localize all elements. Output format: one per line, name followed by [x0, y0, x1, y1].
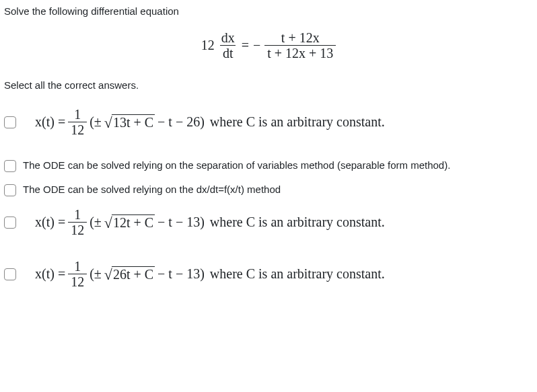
opt-frac-num: 1 — [71, 207, 83, 222]
sqrt: √ 13t + C — [104, 114, 155, 130]
checkbox[interactable] — [4, 184, 16, 196]
opt-open: (± — [90, 214, 102, 230]
eq-neg: − — [253, 38, 260, 53]
option-4-content: x(t) = 1 12 (± √ 12t + C − t − 13) where… — [23, 207, 385, 237]
option-5-content: x(t) = 1 12 (± √ 26t + C − t − 13) where… — [23, 259, 385, 289]
eq-rhs-den: t + 12x + 13 — [264, 45, 336, 61]
checkbox[interactable] — [4, 116, 16, 128]
differential-equation: 12 dx dt = − t + 12x t + 12x + 13 — [4, 30, 533, 61]
opt-frac-den: 12 — [68, 122, 87, 137]
opt-frac-num: 1 — [71, 107, 83, 122]
option-4[interactable]: x(t) = 1 12 (± √ 12t + C − t − 13) where… — [4, 207, 533, 237]
opt-open: (± — [90, 266, 102, 282]
eq-equals: = — [242, 38, 249, 53]
checkbox[interactable] — [4, 268, 16, 280]
question-prompt: Solve the following differential equatio… — [4, 5, 533, 17]
option-3[interactable]: The ODE can be solved relying on the dx/… — [4, 183, 533, 196]
opt-lhs: x(t) = — [35, 114, 65, 130]
opt-tail: − t − 13) — [157, 214, 205, 230]
opt-tail: − t − 13) — [157, 266, 205, 282]
opt-where: where C is an arbitrary constant. — [210, 214, 385, 230]
opt-where: where C is an arbitrary constant. — [210, 114, 385, 130]
option-1-content: x(t) = 1 12 (± √ 13t + C − t − 26) where… — [23, 107, 385, 137]
sqrt-arg: 26t + C — [112, 266, 155, 282]
opt-lhs: x(t) = — [35, 214, 65, 230]
opt-frac-den: 12 — [68, 274, 87, 289]
options-group: x(t) = 1 12 (± √ 13t + C − t − 26) where… — [4, 107, 533, 301]
option-3-content: The ODE can be solved relying on the dx/… — [23, 183, 281, 195]
option-1[interactable]: x(t) = 1 12 (± √ 13t + C − t − 26) where… — [4, 107, 533, 137]
option-5[interactable]: x(t) = 1 12 (± √ 26t + C − t − 13) where… — [4, 259, 533, 289]
eq-rhs-num: t + 12x — [279, 30, 322, 45]
instruction-text: Select all the correct answers. — [4, 79, 533, 91]
opt-frac-den: 12 — [68, 222, 87, 237]
opt-tail: − t − 26) — [157, 114, 205, 130]
opt-open: (± — [90, 114, 102, 130]
eq-coeff: 12 — [201, 38, 215, 53]
option-2[interactable]: The ODE can be solved relying on the sep… — [4, 159, 533, 172]
eq-lhs-den: dt — [220, 45, 236, 61]
sqrt: √ 26t + C — [104, 266, 155, 282]
eq-lhs-num: dx — [219, 30, 238, 45]
opt-lhs: x(t) = — [35, 266, 65, 282]
opt-frac-num: 1 — [71, 259, 83, 274]
sqrt-arg: 12t + C — [112, 214, 155, 231]
option-2-content: The ODE can be solved relying on the sep… — [23, 159, 450, 171]
checkbox[interactable] — [4, 217, 16, 229]
sqrt-arg: 13t + C — [112, 114, 155, 130]
opt-where: where C is an arbitrary constant. — [210, 266, 385, 282]
sqrt: √ 12t + C — [104, 214, 155, 231]
checkbox[interactable] — [4, 160, 16, 172]
